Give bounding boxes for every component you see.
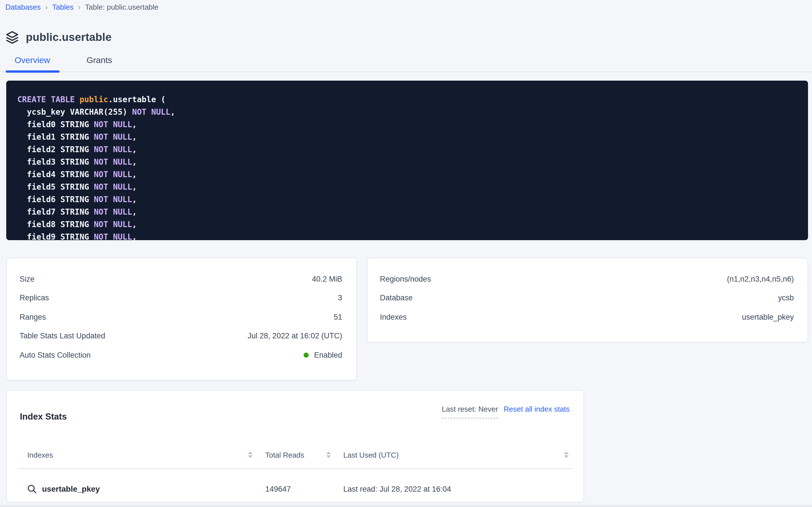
- sql-code-line: CREATE TABLE public.usertable (: [17, 93, 800, 106]
- stat-value: usertable_pkey: [742, 313, 794, 321]
- column-header-indexes[interactable]: Indexes: [17, 451, 254, 459]
- status-dot-icon: [304, 352, 309, 358]
- total-reads-value: 149647: [265, 485, 291, 493]
- stat-row: Table Stats Last UpdatedJul 28, 2022 at …: [19, 327, 342, 345]
- stat-row: Size40.2 MiB: [19, 269, 342, 288]
- stat-value: 40.2 MiB: [312, 275, 342, 283]
- sql-code-line: field3 STRING NOT NULL,: [17, 156, 800, 168]
- tab-bar: Overview Grants: [0, 52, 812, 72]
- table-details-card: Regions/nodes(n1,n2,n3,n4,n5,n6)Database…: [367, 258, 808, 342]
- sql-code-line: field9 STRING NOT NULL,: [17, 230, 800, 240]
- sql-code-line: field5 STRING NOT NULL,: [17, 180, 800, 193]
- index-name-cell: usertable_pkey: [17, 484, 254, 494]
- bottom-page-strip: [0, 504, 812, 507]
- stat-label: Regions/nodes: [380, 275, 431, 283]
- sql-code-line: field1 STRING NOT NULL,: [17, 130, 800, 143]
- breadcrumb-tables-link[interactable]: Tables: [52, 2, 73, 12]
- column-header-indexes-label: Indexes: [27, 451, 53, 459]
- table-stats-card: Size40.2 MiBReplicas3Ranges51Table Stats…: [6, 258, 357, 380]
- magnifier-icon: [27, 484, 37, 494]
- sort-icon[interactable]: [248, 451, 252, 458]
- sql-code-line: ycsb_key VARCHAR(255) NOT NULL,: [17, 106, 800, 118]
- last-used-value: Last read: Jul 28, 2022 at 16:04: [343, 485, 451, 493]
- sort-icon[interactable]: [564, 451, 568, 458]
- index-name-link[interactable]: usertable_pkey: [42, 484, 100, 493]
- reset-index-stats-link[interactable]: Reset all index stats: [504, 404, 570, 413]
- title-row: public.usertable: [5, 23, 112, 51]
- index-stats-actions: Last reset: Never Reset all index stats: [442, 404, 570, 418]
- stat-value: 51: [334, 313, 342, 321]
- sql-code-line: field0 STRING NOT NULL,: [17, 118, 800, 130]
- breadcrumb-separator-icon: ›: [73, 2, 85, 12]
- tab-overview[interactable]: Overview: [5, 52, 59, 71]
- sql-code-line: field7 STRING NOT NULL,: [17, 206, 800, 218]
- stat-label: Ranges: [19, 313, 46, 321]
- column-header-total-reads[interactable]: Total Reads: [254, 451, 332, 459]
- index-stats-title: Index Stats: [20, 412, 67, 422]
- total-reads-cell: 149647: [254, 485, 332, 493]
- breadcrumb-current: Table: public.usertable: [85, 2, 159, 12]
- stat-label: Indexes: [380, 313, 407, 321]
- breadcrumb-databases-link[interactable]: Databases: [5, 2, 41, 12]
- last-used-cell: Last read: Jul 28, 2022 at 16:04: [332, 485, 572, 493]
- stat-value: Enabled: [304, 351, 342, 359]
- sql-code-line: field8 STRING NOT NULL,: [17, 218, 800, 230]
- index-stats-card: Index Stats Last reset: Never Reset all …: [6, 390, 583, 502]
- stat-label: Size: [19, 275, 35, 283]
- stat-row: Indexesusertable_pkey: [380, 307, 794, 327]
- tab-overview-label: Overview: [14, 55, 50, 71]
- stat-row: Auto Stats CollectionEnabled: [19, 345, 342, 364]
- tab-grants-label: Grants: [86, 55, 112, 71]
- active-tab-indicator: [5, 70, 59, 72]
- stat-value: (n1,n2,n3,n4,n5,n6): [727, 275, 794, 283]
- sql-code-line: field2 STRING NOT NULL,: [17, 143, 800, 156]
- stat-row: Databaseycsb: [380, 288, 794, 307]
- sql-code-line: field4 STRING NOT NULL,: [17, 168, 800, 180]
- stat-label: Database: [380, 294, 413, 302]
- stat-row: Ranges51: [19, 307, 342, 327]
- index-stats-table-header: Indexes Total Reads Last Used (UTC): [17, 441, 572, 469]
- last-reset-label[interactable]: Last reset: Never: [442, 404, 498, 418]
- sql-code: CREATE TABLE public.usertable ( ycsb_key…: [6, 80, 808, 240]
- page-title: public.usertable: [26, 31, 112, 44]
- column-header-last-used-label: Last Used (UTC): [343, 451, 398, 459]
- column-header-last-used[interactable]: Last Used (UTC): [332, 451, 572, 459]
- stat-row: Replicas3: [19, 288, 342, 307]
- index-stats-header: Index Stats Last reset: Never Reset all …: [6, 390, 583, 429]
- breadcrumb: Databases › Tables › Table: public.usert…: [5, 2, 159, 12]
- sort-icon[interactable]: [326, 451, 331, 458]
- stat-value: Jul 28, 2022 at 16:02 (UTC): [248, 332, 342, 340]
- table-detail-page: Databases › Tables › Table: public.usert…: [0, 0, 812, 507]
- table-stack-icon: [5, 30, 19, 44]
- sql-code-line: field6 STRING NOT NULL,: [17, 193, 800, 206]
- breadcrumb-separator-icon: ›: [41, 2, 52, 12]
- index-stats-row: usertable_pkey 149647 Last read: Jul 28,…: [17, 469, 572, 507]
- column-header-total-reads-label: Total Reads: [265, 451, 304, 459]
- stat-label: Replicas: [19, 294, 49, 302]
- stat-label: Table Stats Last Updated: [19, 332, 105, 340]
- stat-value: ycsb: [778, 294, 794, 302]
- stat-label: Auto Stats Collection: [19, 351, 91, 359]
- stat-value: 3: [338, 294, 342, 302]
- stat-row: Regions/nodes(n1,n2,n3,n4,n5,n6): [380, 269, 794, 288]
- tab-grants[interactable]: Grants: [86, 52, 112, 71]
- index-stats-table: Indexes Total Reads Last Used (UTC): [17, 441, 572, 507]
